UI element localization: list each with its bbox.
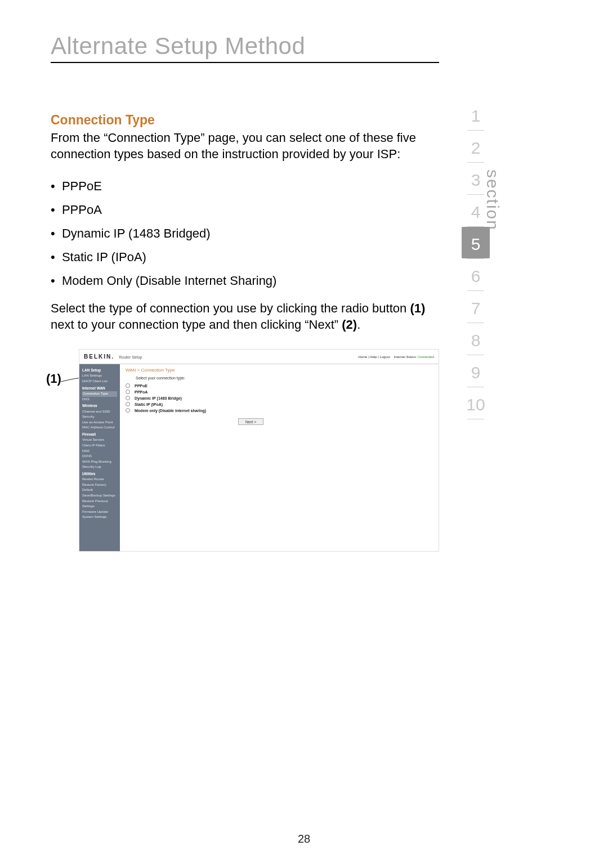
radio-icon[interactable] bbox=[126, 396, 130, 400]
section-4[interactable]: 4 bbox=[462, 195, 490, 226]
instruction-text: Select the type of connection you use by… bbox=[51, 301, 439, 333]
sidebar-firmware-update[interactable]: Firmware Update bbox=[82, 509, 117, 515]
option-modem-only[interactable]: Modem only (Disable internet sharing) bbox=[126, 408, 433, 413]
intro-text: From the “Connection Type” page, you can… bbox=[51, 130, 439, 162]
ss-header-links: Home | Help | Logout Internet Status: Co… bbox=[358, 355, 434, 359]
option-label: Static IP (IPoA) bbox=[135, 402, 163, 406]
sidebar-client-ip-filters[interactable]: Client IP Filters bbox=[82, 443, 117, 449]
page-number: 28 bbox=[0, 833, 608, 845]
heading-connection-type: Connection Type bbox=[51, 113, 439, 128]
option-label: PPPoA bbox=[135, 390, 147, 394]
option-dynamic-ip[interactable]: Dynamic IP (1483 Bridge) bbox=[126, 396, 433, 400]
sidebar-system-settings[interactable]: System Settings bbox=[82, 514, 117, 520]
bullet-list: • PPPoE • PPPoA • Dynamic IP (1483 Bridg… bbox=[51, 179, 439, 288]
section-3[interactable]: 3 bbox=[462, 163, 490, 194]
main-content: Connection Type From the “Connection Typ… bbox=[51, 113, 439, 333]
sidebar-wireless[interactable]: Wireless bbox=[82, 403, 117, 409]
sidebar-security-log[interactable]: Security Log bbox=[82, 464, 117, 470]
section-7[interactable]: 7 bbox=[462, 291, 490, 323]
section-10[interactable]: 10 bbox=[462, 387, 490, 419]
sidebar-virtual-servers[interactable]: Virtual Servers bbox=[82, 437, 117, 443]
sidebar-connection-type[interactable]: Connection Type bbox=[82, 391, 117, 397]
ss-instruction: Select your connection type: bbox=[136, 376, 433, 380]
option-static-ip[interactable]: Static IP (IPoA) bbox=[126, 402, 433, 406]
bullet-static-ip: • Static IP (IPoA) bbox=[51, 250, 439, 265]
sidebar-ddns[interactable]: DDNS bbox=[82, 454, 117, 459]
sidebar-dhcp-client-list[interactable]: DHCP Client List bbox=[82, 379, 117, 384]
sidebar-dmz[interactable]: DMZ bbox=[82, 449, 117, 454]
option-pppoa[interactable]: PPPoA bbox=[126, 390, 433, 394]
ss-main: WAN > Connection Type Select your connec… bbox=[120, 364, 439, 551]
ss-subtitle: Router Setup bbox=[119, 355, 142, 359]
sidebar-firewall[interactable]: Firewall bbox=[82, 432, 117, 437]
option-pppoe[interactable]: PPPoE bbox=[126, 383, 433, 388]
sidebar-save-backup[interactable]: Save/Backup Settings bbox=[82, 493, 117, 499]
bullet-modem-only: • Modem Only (Disable Internet Sharing) bbox=[51, 274, 439, 288]
section-6[interactable]: 6 bbox=[462, 259, 490, 290]
option-label: PPPoE bbox=[135, 384, 147, 388]
radio-icon[interactable] bbox=[126, 390, 130, 394]
page-title: Alternate Setup Method bbox=[51, 33, 305, 60]
sidebar-utilities[interactable]: Utilities bbox=[82, 471, 117, 477]
bullet-dynamic-ip: • Dynamic IP (1483 Bridged) bbox=[51, 226, 439, 241]
ss-sidebar: LAN Setup LAN Settings DHCP Client List … bbox=[79, 364, 120, 551]
section-2[interactable]: 2 bbox=[462, 131, 490, 162]
sidebar-dns[interactable]: DNS bbox=[82, 397, 117, 402]
sidebar-lan-settings[interactable]: LAN Settings bbox=[82, 373, 117, 379]
embedded-screenshot: BELKIN. Router Setup Home | Help | Logou… bbox=[79, 349, 439, 552]
section-5[interactable]: 5 bbox=[462, 227, 490, 258]
sidebar-channel-ssid[interactable]: Channel and SSID bbox=[82, 409, 117, 415]
radio-icon[interactable] bbox=[126, 402, 130, 406]
sidebar-access-point[interactable]: Use as Access Point bbox=[82, 420, 117, 426]
sidebar-restore-previous[interactable]: Restore Previous Settings bbox=[82, 499, 117, 509]
option-label: Modem only (Disable internet sharing) bbox=[135, 409, 206, 413]
sidebar-wan-ping[interactable]: WAN Ping Blocking bbox=[82, 459, 117, 465]
bullet-pppoe: • PPPoE bbox=[51, 179, 439, 194]
sidebar-restore-factory[interactable]: Restore Factory Default bbox=[82, 482, 117, 493]
sidebar-restart[interactable]: Restart Router bbox=[82, 477, 117, 482]
ss-breadcrumb: WAN > Connection Type bbox=[126, 368, 433, 373]
ss-header: BELKIN. Router Setup Home | Help | Logou… bbox=[79, 350, 439, 364]
sidebar-lan-setup[interactable]: LAN Setup bbox=[82, 368, 117, 373]
bullet-pppoa: • PPPoA bbox=[51, 203, 439, 217]
ss-brand: BELKIN. bbox=[84, 354, 114, 360]
section-1[interactable]: 1 bbox=[462, 99, 490, 130]
sidebar-internet-wan[interactable]: Internet WAN bbox=[82, 386, 117, 391]
section-9[interactable]: 9 bbox=[462, 355, 490, 387]
section-8[interactable]: 8 bbox=[462, 323, 490, 355]
section-nav: 1 2 3 4 5 6 7 8 9 10 bbox=[462, 99, 490, 419]
sidebar-mac-address[interactable]: MAC Address Control bbox=[82, 425, 117, 431]
sidebar-security[interactable]: Security bbox=[82, 414, 117, 420]
title-underline bbox=[51, 62, 439, 63]
radio-icon[interactable] bbox=[126, 408, 130, 413]
option-label: Dynamic IP (1483 Bridge) bbox=[135, 396, 182, 400]
next-button[interactable]: Next > bbox=[238, 418, 263, 425]
radio-icon[interactable] bbox=[126, 383, 130, 388]
ss-option-list: PPPoE PPPoA Dynamic IP (1483 Bridge) Sta… bbox=[126, 383, 433, 413]
